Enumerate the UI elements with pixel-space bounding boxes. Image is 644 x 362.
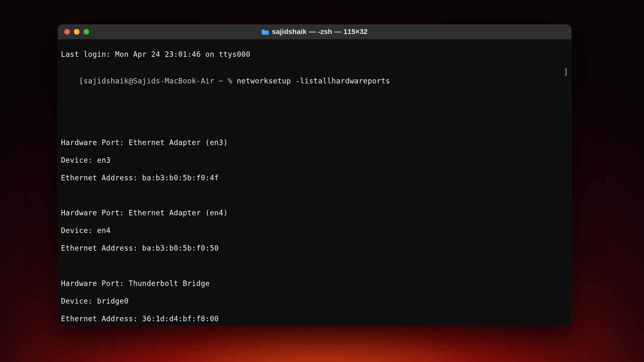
last-login-line: Last login: Mon Apr 24 23:01:46 on ttys0… — [61, 50, 568, 59]
window-titlebar[interactable]: sajidshaik — -zsh — 115×32 — [58, 24, 571, 39]
port-dev: Device: bridge0 — [61, 297, 568, 306]
port-mac: Ethernet Address: ba:b3:b0:5b:f0:4f — [61, 174, 568, 182]
port-mac: Ethernet Address: ba:b3:b0:5b:f0:50 — [61, 244, 568, 253]
prompt-prefix: [sajidshaik@Sajids-MacBook-Air ~ % — [79, 77, 237, 85]
window-title: sajidshaik — -zsh — 115×32 — [58, 28, 571, 36]
window-title-text: sajidshaik — -zsh — 115×32 — [272, 28, 368, 36]
port-hw: Hardware Port: Ethernet Adapter (en3) — [61, 138, 568, 147]
close-button[interactable] — [64, 29, 70, 35]
blank-line — [61, 121, 568, 129]
port-mac: Ethernet Address: 36:1d:d4:bf:f8:00 — [61, 315, 568, 323]
minimize-button[interactable] — [74, 29, 80, 35]
desktop-wallpaper: sajidshaik — -zsh — 115×32 Last login: M… — [0, 0, 644, 362]
port-hw: Hardware Port: Ethernet Adapter (en4) — [61, 209, 568, 217]
terminal-output[interactable]: Last login: Mon Apr 24 23:01:46 on ttys0… — [58, 39, 571, 326]
window-controls — [64, 29, 89, 35]
terminal-window[interactable]: sajidshaik — -zsh — 115×32 Last login: M… — [58, 24, 571, 326]
zoom-button[interactable] — [83, 29, 89, 35]
port-dev: Device: en4 — [61, 226, 568, 235]
command-text: networksetup -listallhardwareports — [237, 77, 390, 85]
port-hw: Hardware Port: Thunderbolt Bridge — [61, 279, 568, 288]
prompt-suffix: ] — [564, 68, 568, 94]
blank-line — [61, 191, 568, 200]
blank-line — [61, 262, 568, 270]
blank-line — [61, 103, 568, 112]
port-dev: Device: en3 — [61, 156, 568, 165]
folder-icon — [262, 29, 269, 35]
prompt-line-1: [sajidshaik@Sajids-MacBook-Air ~ % netwo… — [61, 68, 568, 94]
